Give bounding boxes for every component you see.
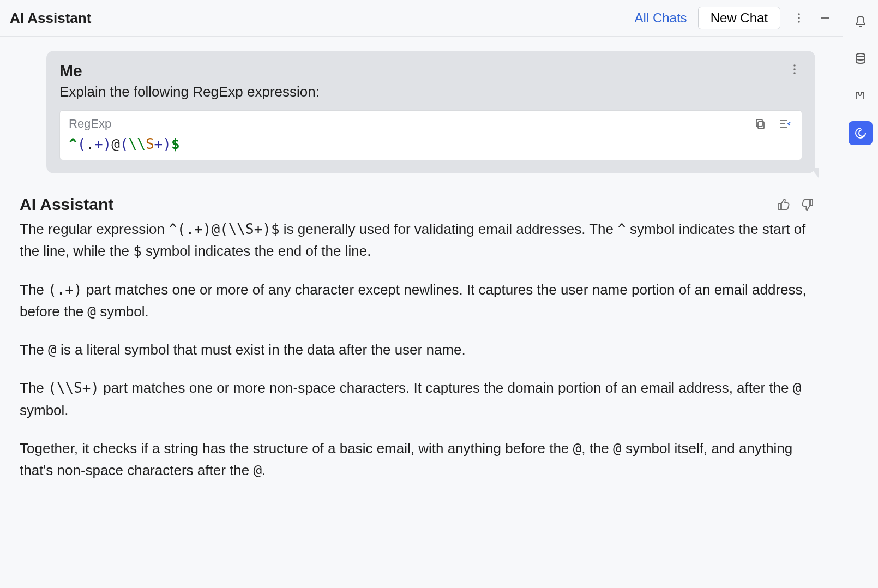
feedback-actions [776, 197, 815, 212]
user-message-text: Explain the following RegExp expression: [59, 83, 320, 100]
inline-code: @ [253, 462, 262, 478]
inline-code: ^ [617, 221, 626, 237]
message-more-icon[interactable] [787, 62, 802, 77]
inline-code: @ [48, 341, 57, 358]
svg-rect-8 [756, 119, 762, 127]
user-message: Me Explain the following RegExp expressi… [0, 37, 843, 173]
header: AI Assistant All Chats New Chat [0, 0, 843, 37]
assistant-paragraph: The regular expression ^(.+)@(\\S+)$ is … [20, 218, 815, 262]
svg-point-12 [856, 53, 865, 57]
inline-code: (\\S+) [48, 380, 99, 396]
code-content: ^(.+)@(\\S+)$ [69, 136, 793, 152]
thumbs-up-icon[interactable] [776, 197, 791, 212]
inline-code: @ [87, 303, 96, 320]
svg-point-4 [793, 64, 796, 67]
assistant-paragraph: The (\\S+) part matches one or more non-… [20, 377, 815, 421]
all-chats-link[interactable]: All Chats [635, 10, 687, 26]
inline-code: @ [573, 440, 582, 457]
assistant-paragraph: Together, it checks if a string has the … [20, 437, 815, 482]
inline-code: ^(.+)@(\\S+)$ [169, 221, 280, 237]
assistant-sender-label: AI Assistant [20, 195, 113, 214]
header-actions: All Chats New Chat [635, 7, 833, 29]
copy-code-icon[interactable] [753, 116, 768, 131]
inline-code: @ [793, 380, 802, 396]
assistant-text: The regular expression ^(.+)@(\\S+)$ is … [20, 218, 815, 482]
database-icon[interactable] [849, 47, 873, 71]
user-bubble: Me Explain the following RegExp expressi… [46, 51, 815, 173]
svg-point-5 [793, 68, 796, 70]
chat-content: Me Explain the following RegExp expressi… [0, 37, 843, 588]
more-icon[interactable] [791, 10, 807, 26]
thumbs-down-icon[interactable] [800, 197, 815, 212]
user-sender-label: Me [59, 62, 320, 80]
svg-point-1 [798, 17, 800, 19]
svg-point-2 [798, 21, 800, 23]
notifications-icon[interactable] [849, 10, 873, 34]
new-chat-button[interactable]: New Chat [698, 7, 780, 29]
code-block: RegExp ^(.+)@(\\S+)$ [59, 110, 802, 160]
assistant-paragraph: The @ is a literal symbol that must exis… [20, 339, 815, 361]
panel-title: AI Assistant [10, 10, 91, 27]
assistant-message: AI Assistant The regular expression ^(.+… [0, 173, 843, 509]
inline-code: $ [133, 243, 142, 259]
svg-point-6 [793, 72, 796, 74]
insert-code-icon[interactable] [778, 116, 793, 131]
m-icon[interactable] [849, 84, 873, 108]
code-language-label: RegExp [69, 117, 111, 131]
inline-code: (.+) [48, 281, 82, 298]
right-tool-strip [843, 0, 878, 588]
svg-point-0 [798, 13, 800, 15]
chat-panel: AI Assistant All Chats New Chat Me Expla… [0, 0, 843, 588]
minimize-icon[interactable] [817, 10, 833, 26]
ai-swirl-icon[interactable] [849, 121, 873, 145]
inline-code: @ [613, 440, 622, 457]
assistant-paragraph: The (.+) part matches one or more of any… [20, 279, 815, 323]
svg-rect-7 [758, 122, 764, 129]
